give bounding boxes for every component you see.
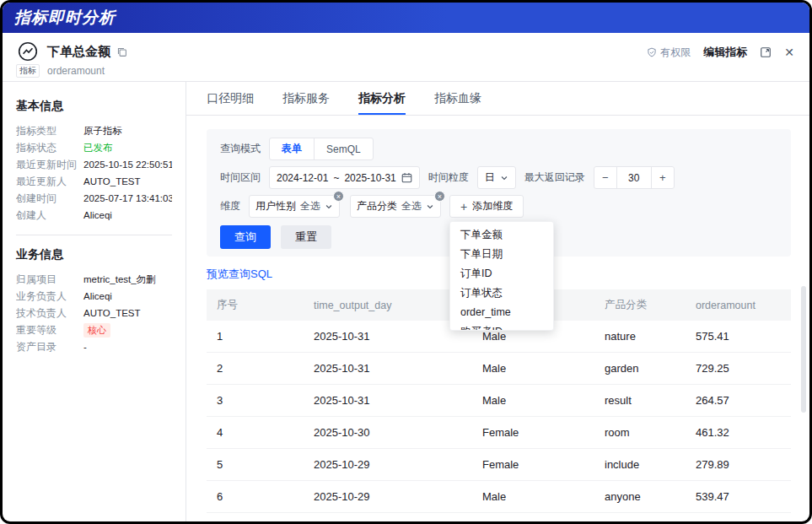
metric-identity: 下单总金额 指标 orderamount (16, 41, 127, 78)
permission-status[interactable]: 有权限 (647, 46, 691, 60)
dimension-label: 维度 (220, 199, 240, 213)
basic-info-list: 指标类型原子指标指标状态已发布最近更新时间2025-10-15 22:50:51… (16, 124, 172, 223)
edit-metric-button[interactable]: 编辑指标 (703, 45, 747, 60)
table-cell: Male (472, 481, 594, 513)
query-mode-row: 查询模式 表单SemQL (220, 138, 777, 160)
info-value: Aliceqi (83, 289, 112, 304)
dimension-row: 维度 用户性别全选×产品分类全选× + 添加维度 (220, 195, 777, 218)
dimension-list: 用户性别全选×产品分类全选× (249, 195, 441, 218)
table-row: 32025-10-31Maleresult264.57 (207, 385, 791, 417)
dimension-name: 用户性别 (255, 199, 296, 213)
table-cell: 461.32 (686, 417, 791, 449)
table-cell: 4 (207, 417, 304, 449)
date-start: 2024-12-01 (277, 172, 328, 184)
query-button[interactable]: 查询 (220, 225, 271, 249)
table-cell: 183.74 (686, 513, 791, 522)
dropdown-option[interactable]: 下单日期 (450, 245, 553, 264)
table-cell: Male (472, 353, 594, 385)
dropdown-option[interactable]: 下单金额 (450, 225, 553, 245)
remove-dimension-icon[interactable]: × (333, 191, 344, 202)
info-value: 已发布 (83, 141, 113, 155)
granularity-label: 时间粒度 (428, 170, 469, 185)
table-cell: 2025-10-30 (304, 417, 472, 449)
table-cell: 539.47 (686, 481, 791, 513)
column-header: orderamount (686, 289, 791, 321)
window-body: 基本信息 指标类型原子指标指标状态已发布最近更新时间2025-10-15 22:… (3, 82, 809, 521)
info-label: 指标类型 (16, 124, 83, 138)
dimension-select[interactable]: 产品分类全选× (350, 195, 441, 218)
table-scrollbar[interactable] (801, 286, 806, 413)
decrement-button[interactable]: − (594, 167, 616, 188)
dropdown-option[interactable]: 购买者ID (450, 322, 553, 331)
table-cell: anyone (594, 481, 686, 513)
max-records-value[interactable]: 30 (616, 167, 652, 188)
info-row: 指标类型原子指标 (16, 124, 172, 138)
info-row: 资产目录- (16, 340, 172, 354)
query-mode-option[interactable]: SemQL (314, 138, 373, 159)
granularity-value: 日 (485, 170, 495, 185)
table-cell: Female (472, 513, 594, 522)
table-row: 62025-10-29Maleanyone539.47 (207, 481, 791, 513)
reset-button[interactable]: 重置 (281, 225, 331, 249)
sidebar-divider (16, 235, 172, 235)
table-row: 52025-10-29Femaleinclude279.89 (207, 449, 791, 481)
query-mode-option[interactable]: 表单 (270, 138, 314, 159)
info-label: 创建时间 (16, 192, 83, 206)
metric-analysis-window: 指标即时分析 下单总金额 指标 orderamount (3, 3, 809, 521)
table-row: 42025-10-30Femaleroom461.32 (207, 417, 791, 449)
info-label: 指标状态 (16, 141, 83, 155)
table-cell: 1 (207, 321, 304, 353)
column-header: 产品分类 (594, 289, 686, 321)
info-row: 技术负责人AUTO_TEST (16, 306, 172, 321)
dimension-selected-value: 全选 (401, 199, 422, 213)
table-cell: 7 (207, 513, 304, 522)
table-row: 72025-10-28Femalename183.74 (207, 513, 791, 522)
metric-name-row: 下单总金额 (47, 44, 127, 60)
increment-button[interactable]: + (652, 167, 674, 188)
dimension-name: 产品分类 (357, 199, 397, 213)
table-cell: include (594, 449, 686, 481)
metric-gauge-icon (17, 41, 39, 62)
header-actions: 有权限 编辑指标 ✕ (647, 45, 794, 60)
date-range-input[interactable]: 2024-12-01 ~ 2025-10-31 (269, 166, 420, 189)
titlebar: 指标即时分析 (3, 3, 809, 33)
table-cell: 2025-10-29 (304, 449, 472, 481)
metric-code: orderamount (47, 65, 127, 77)
metric-name: 下单总金额 (47, 44, 110, 60)
granularity-select[interactable]: 日 (477, 166, 516, 189)
business-info-list: 归属项目metric_test_勿删业务负责人Aliceqi技术负责人AUTO_… (16, 273, 172, 354)
info-label: 归属项目 (16, 273, 83, 287)
tab-metric-analysis[interactable]: 指标分析 (358, 82, 406, 115)
add-dimension-button[interactable]: + 添加维度 (449, 195, 524, 218)
permission-label: 有权限 (660, 46, 691, 60)
dropdown-option[interactable]: 订单状态 (450, 284, 553, 303)
dimension-selected-value: 全选 (300, 199, 320, 213)
max-records-stepper: − 30 + (594, 166, 675, 189)
table-cell: result (594, 385, 686, 417)
table-cell: 3 (207, 385, 304, 417)
table-row: 22025-10-31Malegarden729.25 (207, 353, 791, 385)
info-label: 技术负责人 (16, 306, 83, 321)
tab-caliber-details[interactable]: 口径明细 (207, 82, 254, 115)
copy-icon[interactable] (116, 46, 127, 57)
info-sidebar: 基本信息 指标类型原子指标指标状态已发布最近更新时间2025-10-15 22:… (3, 82, 186, 521)
info-value: - (83, 340, 87, 354)
dropdown-option[interactable]: order_time (450, 303, 553, 322)
remove-dimension-icon[interactable]: × (434, 191, 445, 202)
table-cell: 729.25 (686, 353, 791, 385)
expand-icon[interactable] (760, 46, 772, 58)
info-label: 最近更新时间 (16, 158, 83, 172)
close-icon[interactable]: ✕ (784, 46, 794, 58)
tab-metric-lineage[interactable]: 指标血缘 (434, 82, 481, 115)
table-cell: garden (594, 353, 686, 385)
dropdown-option[interactable]: 订单ID (450, 264, 553, 284)
basic-info-title: 基本信息 (16, 99, 172, 114)
metric-type-badge: 指标 (16, 64, 40, 78)
info-label: 最近更新人 (16, 175, 83, 189)
info-value: metric_test_勿删 (83, 273, 156, 287)
dimension-select[interactable]: 用户性别全选× (249, 195, 340, 218)
preview-sql-link[interactable]: 预览查询SQL (207, 267, 272, 282)
table-cell: 2 (207, 353, 304, 385)
tab-metric-service[interactable]: 指标服务 (282, 82, 330, 115)
info-row: 最近更新人AUTO_TEST (16, 175, 172, 189)
